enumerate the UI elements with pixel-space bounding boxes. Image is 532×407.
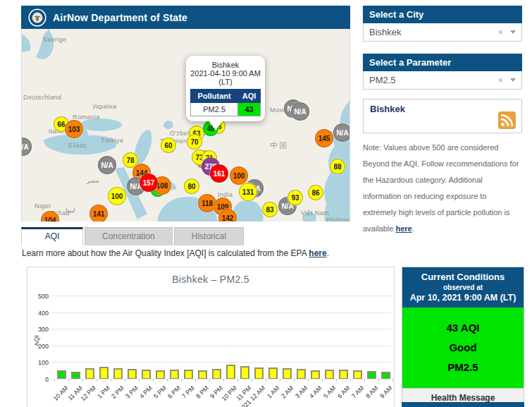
aqi-marker[interactable]: 141	[89, 205, 108, 221]
conditions-footer-bar	[402, 402, 524, 407]
chart-bar[interactable]	[170, 370, 179, 379]
y-axis-tick-label: 400	[20, 310, 49, 317]
tab-aqi[interactable]: AQI	[21, 227, 83, 245]
rss-feed-icon[interactable]	[498, 111, 516, 129]
popup-table: Pollutant AQI PM2.5 43	[190, 89, 261, 116]
gridline	[51, 379, 391, 379]
note-here-link[interactable]: here	[395, 224, 412, 233]
app-header: AirNow Department of State	[21, 6, 350, 29]
aqi-marker[interactable]: 80	[184, 178, 199, 194]
tab-historical[interactable]: Historical	[174, 227, 244, 245]
x-axis-tick	[54, 379, 55, 382]
popup-city: Bishkek	[190, 61, 261, 69]
x-axis-tick	[223, 379, 224, 382]
aqi-marker[interactable]: 145	[315, 129, 333, 147]
chart-bar[interactable]	[311, 370, 320, 379]
chart-panel: Bishkek – PM2.5 AQI 500400300200100010 A…	[27, 267, 395, 407]
app-title: AirNow Department of State	[53, 12, 187, 23]
aqi-marker[interactable]: 88	[330, 159, 345, 174]
conditions-aqi-value: 43 AQI	[402, 318, 524, 338]
aqi-marker[interactable]: 83	[262, 202, 278, 217]
chart-bar[interactable]	[240, 366, 249, 379]
x-axis-tick	[68, 379, 69, 382]
aqi-marker[interactable]: 161	[210, 164, 228, 183]
chart-bar[interactable]	[156, 370, 165, 379]
city-select[interactable]: Bishkek ×	[363, 23, 522, 42]
x-axis-tick	[125, 379, 125, 382]
parameter-clear-icon[interactable]: ×	[497, 75, 503, 85]
tab-concentration[interactable]: Concentration	[85, 227, 173, 245]
beyond-aqi-note: Note: Values above 500 are considered Be…	[363, 140, 522, 238]
chart-bar[interactable]	[283, 368, 292, 379]
x-axis-tick	[167, 379, 168, 382]
y-axis-tick-label: 500	[20, 293, 49, 300]
chart-bar[interactable]	[325, 370, 334, 379]
aqi-marker[interactable]: 100	[108, 187, 126, 205]
chart-bar[interactable]	[226, 365, 235, 379]
x-axis-tick	[111, 379, 111, 382]
x-axis-tick	[252, 379, 252, 382]
state-department-seal-icon	[28, 8, 47, 27]
gridline	[51, 346, 391, 346]
chart-bar[interactable]	[57, 370, 66, 379]
gridline	[51, 296, 391, 296]
sidebar: Select a City Bishkek × Select a Paramet…	[363, 6, 522, 238]
aqi-marker[interactable]: N/A	[98, 156, 116, 174]
chart-bar[interactable]	[297, 369, 306, 379]
chart-bar[interactable]	[254, 367, 264, 379]
current-conditions-panel: Current Conditions observed at Apr 10, 2…	[402, 267, 524, 407]
x-axis-tick	[82, 379, 83, 382]
aqi-marker[interactable]: N/A	[333, 123, 350, 142]
city-clear-icon[interactable]: ×	[497, 27, 503, 37]
x-axis-tick	[266, 379, 266, 382]
chart-bar[interactable]	[99, 367, 109, 379]
aqi-marker[interactable]: N/A	[291, 102, 309, 121]
map-place-label: Philippine	[326, 217, 350, 221]
popup-timezone: (LT)	[190, 78, 261, 86]
conditions-subtitle: observed at	[405, 284, 521, 291]
chart-bar[interactable]	[367, 371, 376, 379]
aqi-marker[interactable]: 157	[140, 174, 158, 192]
x-axis-tick	[364, 379, 365, 382]
current-conditions-header: Current Conditions observed at Apr 10, 2…	[402, 267, 524, 308]
aqi-marker[interactable]: 103	[65, 120, 83, 138]
chart-bar[interactable]	[381, 372, 390, 379]
chart-bar[interactable]	[212, 369, 221, 379]
learn-more-text: Learn more about how the Air Quality Ind…	[22, 248, 329, 258]
chart-bar[interactable]	[128, 369, 137, 379]
city-select-value: Bishkek	[369, 27, 497, 37]
y-axis-tick-label: 300	[20, 326, 49, 333]
parameter-dropdown-arrow-icon[interactable]	[510, 78, 516, 82]
station-popup: Bishkek 2021-04-10 9:00 AM (LT) Pollutan…	[186, 56, 265, 121]
chart-bar[interactable]	[142, 370, 151, 379]
note-text: Note: Values above 500 are considered Be…	[363, 143, 519, 233]
chart-bar[interactable]	[113, 368, 123, 379]
chart-bar[interactable]	[198, 370, 207, 379]
aqi-marker[interactable]: 93	[287, 190, 303, 205]
conditions-pollutant: PM2.5	[402, 358, 524, 377]
chart-bar[interactable]	[353, 370, 362, 379]
map-place-label: Türkiye	[101, 137, 123, 144]
chart-plot-area: AQI 500400300200100010 AM11 AM12 PM1 PM2…	[51, 296, 391, 379]
learn-more-here-link[interactable]: here	[309, 248, 326, 258]
chart-bar[interactable]	[184, 370, 193, 379]
city-feed-panel: Bishkek	[363, 99, 522, 133]
aqi-marker[interactable]: 60	[161, 138, 176, 153]
chart-bar[interactable]	[85, 368, 94, 379]
chart-bar[interactable]	[71, 372, 80, 379]
city-dropdown-arrow-icon[interactable]	[510, 30, 516, 34]
aqi-marker[interactable]: 131	[239, 183, 257, 201]
chart-bar[interactable]	[268, 367, 278, 379]
aqi-marker[interactable]: 86	[308, 185, 323, 200]
gridline	[51, 329, 391, 329]
parameter-select[interactable]: PM2.5 ×	[363, 71, 522, 90]
chart-bar[interactable]	[339, 370, 348, 379]
map-panel: AirNow Department of State	[21, 6, 350, 221]
aqi-marker[interactable]: 70	[187, 134, 202, 150]
popup-pollutant-value: PM2.5	[191, 103, 238, 116]
aqi-map[interactable]: SverigeDeutschlandУкраїнаRomaniaItaliaΕλ…	[21, 29, 350, 221]
aqi-marker[interactable]: 100	[230, 166, 248, 185]
conditions-datetime: Apr 10, 2021 9:00 AM (LT)	[405, 293, 521, 303]
x-axis-tick	[209, 379, 210, 382]
x-axis-tick	[153, 379, 154, 382]
